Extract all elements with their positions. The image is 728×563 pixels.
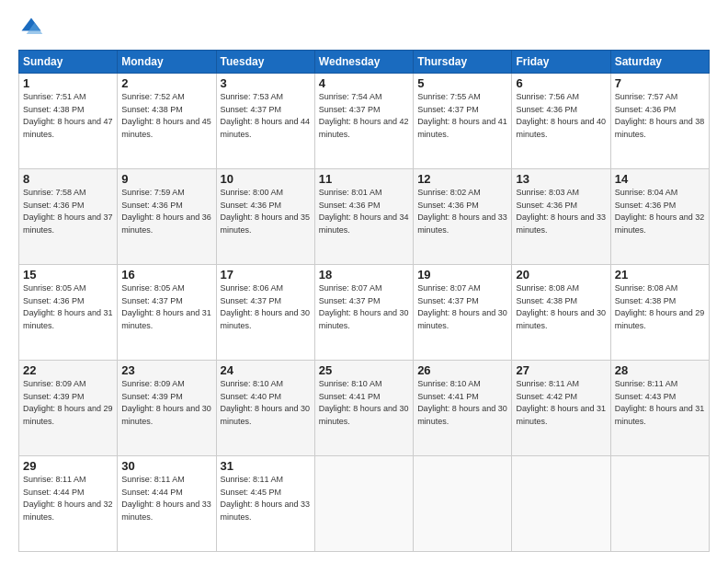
logo bbox=[18, 15, 48, 40]
calendar-header-row: SundayMondayTuesdayWednesdayThursdayFrid… bbox=[19, 51, 710, 74]
calendar-cell: 21 Sunrise: 8:08 AMSunset: 4:38 PMDaylig… bbox=[610, 265, 709, 361]
day-number: 10 bbox=[221, 172, 311, 186]
day-info: Sunrise: 8:07 AMSunset: 4:37 PMDaylight:… bbox=[417, 283, 507, 330]
day-info: Sunrise: 7:53 AMSunset: 4:37 PMDaylight:… bbox=[221, 92, 311, 139]
day-number: 8 bbox=[23, 172, 113, 186]
day-number: 1 bbox=[23, 76, 113, 90]
week-row-5: 29 Sunrise: 8:11 AMSunset: 4:44 PMDaylig… bbox=[19, 456, 710, 552]
day-info: Sunrise: 8:02 AMSunset: 4:36 PMDaylight:… bbox=[417, 188, 507, 235]
day-number: 22 bbox=[23, 363, 113, 377]
calendar-cell bbox=[414, 456, 512, 552]
calendar-cell: 23 Sunrise: 8:09 AMSunset: 4:39 PMDaylig… bbox=[118, 361, 216, 456]
calendar-cell bbox=[512, 456, 610, 552]
calendar-cell: 27 Sunrise: 8:11 AMSunset: 4:42 PMDaylig… bbox=[512, 361, 610, 456]
calendar-cell: 8 Sunrise: 7:58 AMSunset: 4:36 PMDayligh… bbox=[19, 169, 118, 265]
calendar-cell: 28 Sunrise: 8:11 AMSunset: 4:43 PMDaylig… bbox=[610, 361, 709, 456]
day-number: 3 bbox=[221, 76, 311, 90]
calendar-cell: 20 Sunrise: 8:08 AMSunset: 4:38 PMDaylig… bbox=[512, 265, 610, 361]
day-info: Sunrise: 7:52 AMSunset: 4:38 PMDaylight:… bbox=[121, 92, 211, 139]
week-row-4: 22 Sunrise: 8:09 AMSunset: 4:39 PMDaylig… bbox=[19, 361, 710, 456]
day-info: Sunrise: 7:56 AMSunset: 4:36 PMDaylight:… bbox=[516, 92, 606, 139]
day-number: 2 bbox=[121, 76, 211, 90]
day-info: Sunrise: 8:03 AMSunset: 4:36 PMDaylight:… bbox=[516, 188, 606, 235]
page: SundayMondayTuesdayWednesdayThursdayFrid… bbox=[0, 0, 728, 563]
day-info: Sunrise: 7:57 AMSunset: 4:36 PMDaylight:… bbox=[615, 92, 705, 139]
day-number: 14 bbox=[615, 172, 705, 186]
calendar-cell: 15 Sunrise: 8:05 AMSunset: 4:36 PMDaylig… bbox=[19, 265, 118, 361]
day-number: 24 bbox=[221, 363, 311, 377]
day-number: 21 bbox=[615, 268, 705, 282]
day-number: 5 bbox=[417, 76, 507, 90]
week-row-1: 1 Sunrise: 7:51 AMSunset: 4:38 PMDayligh… bbox=[19, 74, 710, 169]
calendar-cell: 13 Sunrise: 8:03 AMSunset: 4:36 PMDaylig… bbox=[512, 169, 610, 265]
calendar-cell: 4 Sunrise: 7:54 AMSunset: 4:37 PMDayligh… bbox=[314, 74, 413, 169]
calendar-cell: 30 Sunrise: 8:11 AMSunset: 4:44 PMDaylig… bbox=[118, 456, 216, 552]
calendar: SundayMondayTuesdayWednesdayThursdayFrid… bbox=[18, 50, 710, 552]
day-info: Sunrise: 8:08 AMSunset: 4:38 PMDaylight:… bbox=[615, 283, 705, 330]
day-info: Sunrise: 8:11 AMSunset: 4:44 PMDaylight:… bbox=[121, 475, 211, 522]
calendar-cell: 24 Sunrise: 8:10 AMSunset: 4:40 PMDaylig… bbox=[216, 361, 314, 456]
col-header-monday: Monday bbox=[118, 51, 216, 74]
day-info: Sunrise: 7:54 AMSunset: 4:37 PMDaylight:… bbox=[319, 92, 409, 139]
calendar-cell: 1 Sunrise: 7:51 AMSunset: 4:38 PMDayligh… bbox=[19, 74, 118, 169]
calendar-cell: 18 Sunrise: 8:07 AMSunset: 4:37 PMDaylig… bbox=[314, 265, 413, 361]
day-number: 7 bbox=[615, 76, 705, 90]
day-number: 23 bbox=[121, 363, 211, 377]
day-number: 17 bbox=[221, 268, 311, 282]
day-info: Sunrise: 7:59 AMSunset: 4:36 PMDaylight:… bbox=[121, 188, 211, 235]
day-number: 27 bbox=[516, 363, 606, 377]
calendar-cell: 11 Sunrise: 8:01 AMSunset: 4:36 PMDaylig… bbox=[314, 169, 413, 265]
day-number: 20 bbox=[516, 268, 606, 282]
day-info: Sunrise: 8:11 AMSunset: 4:44 PMDaylight:… bbox=[23, 475, 113, 522]
calendar-cell: 19 Sunrise: 8:07 AMSunset: 4:37 PMDaylig… bbox=[414, 265, 512, 361]
calendar-cell: 22 Sunrise: 8:09 AMSunset: 4:39 PMDaylig… bbox=[19, 361, 118, 456]
day-number: 9 bbox=[121, 172, 211, 186]
day-info: Sunrise: 8:05 AMSunset: 4:37 PMDaylight:… bbox=[121, 283, 211, 330]
day-info: Sunrise: 8:04 AMSunset: 4:36 PMDaylight:… bbox=[615, 188, 705, 235]
week-row-3: 15 Sunrise: 8:05 AMSunset: 4:36 PMDaylig… bbox=[19, 265, 710, 361]
col-header-tuesday: Tuesday bbox=[216, 51, 314, 74]
day-info: Sunrise: 8:08 AMSunset: 4:38 PMDaylight:… bbox=[516, 283, 606, 330]
calendar-cell bbox=[314, 456, 413, 552]
day-info: Sunrise: 8:11 AMSunset: 4:45 PMDaylight:… bbox=[221, 475, 311, 522]
day-info: Sunrise: 8:01 AMSunset: 4:36 PMDaylight:… bbox=[319, 188, 409, 235]
day-info: Sunrise: 8:09 AMSunset: 4:39 PMDaylight:… bbox=[23, 379, 113, 426]
week-row-2: 8 Sunrise: 7:58 AMSunset: 4:36 PMDayligh… bbox=[19, 169, 710, 265]
day-info: Sunrise: 8:10 AMSunset: 4:41 PMDaylight:… bbox=[417, 379, 507, 426]
calendar-cell: 16 Sunrise: 8:05 AMSunset: 4:37 PMDaylig… bbox=[118, 265, 216, 361]
day-number: 13 bbox=[516, 172, 606, 186]
day-number: 12 bbox=[417, 172, 507, 186]
calendar-cell: 9 Sunrise: 7:59 AMSunset: 4:36 PMDayligh… bbox=[118, 169, 216, 265]
calendar-cell: 26 Sunrise: 8:10 AMSunset: 4:41 PMDaylig… bbox=[414, 361, 512, 456]
day-number: 15 bbox=[23, 268, 113, 282]
day-number: 16 bbox=[121, 268, 211, 282]
day-info: Sunrise: 8:06 AMSunset: 4:37 PMDaylight:… bbox=[221, 283, 311, 330]
day-info: Sunrise: 7:58 AMSunset: 4:36 PMDaylight:… bbox=[23, 188, 113, 235]
day-info: Sunrise: 8:00 AMSunset: 4:36 PMDaylight:… bbox=[221, 188, 311, 235]
calendar-cell: 7 Sunrise: 7:57 AMSunset: 4:36 PMDayligh… bbox=[610, 74, 709, 169]
day-number: 18 bbox=[319, 268, 409, 282]
day-info: Sunrise: 8:05 AMSunset: 4:36 PMDaylight:… bbox=[23, 283, 113, 330]
day-number: 11 bbox=[319, 172, 409, 186]
day-number: 19 bbox=[417, 268, 507, 282]
day-number: 31 bbox=[221, 459, 311, 473]
day-info: Sunrise: 8:10 AMSunset: 4:40 PMDaylight:… bbox=[221, 379, 311, 426]
day-info: Sunrise: 7:51 AMSunset: 4:38 PMDaylight:… bbox=[23, 92, 113, 139]
calendar-cell: 6 Sunrise: 7:56 AMSunset: 4:36 PMDayligh… bbox=[512, 74, 610, 169]
calendar-cell: 25 Sunrise: 8:10 AMSunset: 4:41 PMDaylig… bbox=[314, 361, 413, 456]
day-info: Sunrise: 8:07 AMSunset: 4:37 PMDaylight:… bbox=[319, 283, 409, 330]
col-header-sunday: Sunday bbox=[19, 51, 118, 74]
day-number: 4 bbox=[319, 76, 409, 90]
day-number: 26 bbox=[417, 363, 507, 377]
day-info: Sunrise: 8:10 AMSunset: 4:41 PMDaylight:… bbox=[319, 379, 409, 426]
col-header-saturday: Saturday bbox=[610, 51, 709, 74]
calendar-cell bbox=[610, 456, 709, 552]
calendar-cell: 17 Sunrise: 8:06 AMSunset: 4:37 PMDaylig… bbox=[216, 265, 314, 361]
day-number: 25 bbox=[319, 363, 409, 377]
calendar-cell: 31 Sunrise: 8:11 AMSunset: 4:45 PMDaylig… bbox=[216, 456, 314, 552]
header bbox=[18, 15, 710, 40]
day-info: Sunrise: 7:55 AMSunset: 4:37 PMDaylight:… bbox=[417, 92, 507, 139]
calendar-cell: 29 Sunrise: 8:11 AMSunset: 4:44 PMDaylig… bbox=[19, 456, 118, 552]
logo-icon bbox=[18, 15, 44, 40]
calendar-cell: 5 Sunrise: 7:55 AMSunset: 4:37 PMDayligh… bbox=[414, 74, 512, 169]
